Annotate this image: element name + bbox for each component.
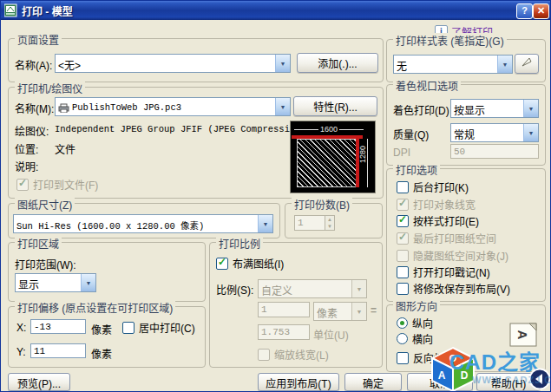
plot-option-row: 最后打印图纸空间 (397, 231, 496, 245)
shade-plot-label: 着色打印(D) (393, 102, 449, 117)
portrait-radio[interactable] (397, 317, 408, 329)
close-icon[interactable]: ✕ (533, 3, 549, 19)
save-changes-layout-checkbox[interactable] (397, 283, 409, 295)
fit-to-paper-row: 布满图纸(I) (216, 256, 284, 271)
paper-size-value: Sun Hi-Res (1600.00 x 1280.00 像素) (14, 215, 258, 232)
paperspace-last-checkbox (397, 232, 409, 245)
red-margin-horizontal (292, 135, 363, 139)
spinner-arrows: ▲▼ (325, 215, 335, 231)
chevron-down-icon[interactable]: ▼ (275, 98, 290, 115)
plot-with-styles-checkbox[interactable] (397, 215, 409, 227)
fit-to-paper-checkbox[interactable] (216, 258, 228, 270)
offset-x-input[interactable] (30, 319, 86, 334)
svg-text:A: A (438, 369, 446, 382)
plot-option-label: 最后打印图纸空间 (413, 231, 496, 245)
offset-y-input[interactable] (30, 343, 86, 358)
watermark-brand: CAD之家 (449, 345, 541, 376)
background-plot-checkbox[interactable] (397, 181, 409, 193)
center-plot-row: 居中打印(C) (122, 320, 195, 335)
scale-unit-label: 单位(U) (313, 327, 349, 342)
group-title: 着色视口选项 (393, 78, 461, 93)
group-title: 打印比例 (216, 236, 263, 251)
group-title: 图形方向 (393, 298, 440, 313)
offset-y-unit: 像素 (91, 346, 112, 361)
group-title: 打印样式表 (笔指定)(G) (393, 33, 507, 48)
preview-button[interactable]: 预览(P)... (8, 373, 70, 391)
reverse-plot-checkbox[interactable] (397, 352, 409, 364)
location-value: 文件 (55, 141, 75, 156)
landscape-label: 横向 (412, 331, 433, 346)
shade-plot-value: 按显示 (451, 100, 523, 117)
add-pagesetup-button[interactable]: 添加(.)... (297, 53, 378, 73)
plot-option-row: 打印对象线宽 (397, 197, 476, 212)
chevron-down-icon[interactable]: ▼ (523, 124, 538, 141)
plot-lineweights-checkbox (397, 199, 409, 211)
titlebar-help-button[interactable]: ? (516, 3, 533, 19)
scale-combo: 自定义 ▼ (258, 279, 367, 298)
location-label: 位置: (15, 141, 38, 156)
chevron-down-icon[interactable]: ▼ (497, 56, 512, 73)
ok-button[interactable]: 确定 (344, 373, 402, 391)
svg-text:A: A (515, 330, 530, 340)
plot-dialog: 打印 - 模型 ? ✕ i 了解打印 页面设置 名称(A): <无> ▼ 添加(… (0, 0, 551, 392)
scale-label: 比例(S): (216, 282, 253, 297)
scale-lineweights-label: 缩放线宽(L) (274, 347, 329, 362)
plot-option-row: 将修改保存到布局(V) (397, 281, 510, 296)
paper-orientation-icon: A (509, 323, 537, 347)
plot-range-value: 显示 (16, 274, 81, 291)
paper-preview-thumbnail: 1600 1280 (290, 121, 376, 193)
portrait-label: 纵向 (412, 316, 433, 330)
app-icon (4, 3, 18, 17)
window-title: 打印 - 模型 (22, 3, 73, 18)
plot-option-label: 将修改保存到布局(V) (413, 281, 510, 296)
plot-option-label: 打印对象线宽 (413, 197, 476, 212)
hide-paperspace-checkbox (397, 250, 409, 262)
titlebar: 打印 - 模型 ? ✕ (1, 1, 550, 20)
plot-option-label: 后台打印(K) (413, 180, 469, 194)
quality-combo[interactable]: 常规 ▼ (450, 123, 539, 142)
plot-style-combo[interactable]: 无 ▼ (393, 55, 513, 74)
group-title: 打印份数(B) (292, 197, 352, 212)
scale-numerator-input (258, 302, 310, 317)
plotter-label: 绘图仪: (15, 123, 49, 138)
scale-value: 自定义 (259, 280, 351, 297)
chevron-down-icon: ▼ (351, 280, 366, 297)
scale-denominator-input (258, 324, 310, 340)
pagesetup-name-value: <无> (56, 55, 275, 72)
equals-sign: = (371, 304, 377, 317)
scale-lineweights-checkbox (258, 349, 270, 361)
height-dimension: 1280 (358, 146, 367, 163)
plot-range-combo[interactable]: 显示 ▼ (15, 273, 96, 292)
group-title: 页面设置 (15, 32, 62, 47)
plot-stamp-checkbox[interactable] (397, 266, 409, 278)
group-title: 打印区域 (15, 236, 62, 251)
plotter-value: Independent JPEG Group JFIF (JPEG Compre… (55, 124, 306, 134)
group-title: 图纸尺寸(Z) (15, 197, 75, 212)
chevron-down-icon[interactable]: ▼ (258, 215, 272, 232)
landscape-radio[interactable] (397, 333, 408, 344)
edit-plot-style-button[interactable] (515, 54, 539, 74)
offset-x-unit: 像素 (91, 322, 112, 336)
properties-button[interactable]: 特性(R)... (293, 96, 377, 116)
printer-name-label: 名称(M): (15, 101, 54, 115)
printer-name-combo[interactable]: PublishToWeb JPG.pc3 ▼ (55, 97, 291, 116)
spinner-up-icon: ▲ (325, 216, 334, 223)
pagesetup-name-combo[interactable]: <无> ▼ (55, 54, 291, 73)
plot-to-file-checkbox (16, 179, 29, 191)
paper-size-combo[interactable]: Sun Hi-Res (1600.00 x 1280.00 像素) ▼ (13, 214, 273, 233)
plot-option-row: 打开打印戳记(N) (397, 265, 490, 279)
center-plot-label: 居中打印(C) (139, 320, 195, 335)
description-label: 说明: (15, 159, 38, 173)
shade-plot-combo[interactable]: 按显示 ▼ (450, 99, 539, 118)
chevron-down-icon[interactable]: ▼ (523, 100, 538, 117)
watermark-url: WWW.CADZJ.COM (472, 375, 551, 385)
plot-area-group: 打印区域 (8, 242, 206, 302)
plot-option-label: 打开打印戳记(N) (413, 265, 490, 279)
chevron-down-icon[interactable]: ▼ (81, 274, 95, 291)
chevron-down-icon[interactable]: ▼ (275, 55, 290, 72)
fit-to-paper-label: 布满图纸(I) (233, 256, 284, 271)
center-plot-checkbox[interactable] (122, 322, 134, 334)
copies-input (294, 215, 325, 231)
apply-to-layout-button[interactable]: 应用到布局(T) (258, 373, 339, 391)
offset-x-label: X: (16, 322, 26, 334)
